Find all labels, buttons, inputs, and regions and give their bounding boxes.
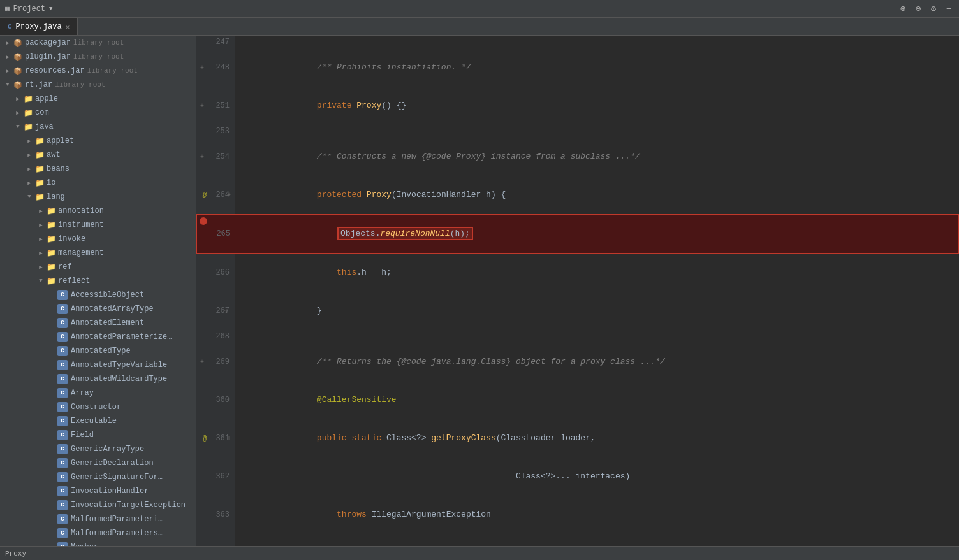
settings-icon[interactable]: ⚙ (928, 4, 939, 14)
tab-bar: C Proxy.java ✕ (0, 18, 959, 36)
line-content-360: @CallerSensitive (235, 381, 959, 419)
line-content-363: throws IllegalArgumentException (235, 496, 959, 534)
sidebar-item-GenericArrayType[interactable]: C GenericArrayType (0, 442, 196, 456)
code-line-362: 362 Class<?>... interfaces) (196, 457, 959, 496)
sidebar-item-AnnotatedElement[interactable]: C AnnotatedElement (0, 316, 196, 330)
sidebar-item-beans[interactable]: 📁 beans (0, 162, 196, 176)
sidebar-item-annotation[interactable]: 📁 annotation (0, 204, 196, 218)
code-line-360: 360 @CallerSensitive (196, 381, 959, 419)
sidebar-item-GenericSignatureFormatError[interactable]: C GenericSignatureFormatErr (0, 470, 196, 484)
sidebar-item-AnnotatedType[interactable]: C AnnotatedType (0, 344, 196, 358)
minimize-icon[interactable]: − (944, 4, 954, 14)
collapse-icon[interactable]: ⊖ (913, 4, 923, 14)
arrow-awt (24, 150, 34, 160)
fold-icon-264[interactable]: + (224, 190, 233, 199)
code-line-269: + 269 /** Returns the {@code java.lang.C… (196, 343, 959, 381)
sidebar-item-reflect[interactable]: 📁 reflect (0, 274, 196, 288)
title-bar: ▦ Project ▼ ⊕ ⊖ ⚙ − (0, 0, 959, 18)
folder-icon-lang: 📁 (34, 192, 45, 202)
arrow-ref (36, 262, 46, 272)
sidebar-item-Array[interactable]: C Array (0, 386, 196, 400)
fold-icon-267[interactable]: ◁ (221, 306, 230, 315)
sidebar-item-invoke[interactable]: 📁 invoke (0, 232, 196, 246)
sidebar-item-java[interactable]: 📁 java (0, 120, 196, 134)
folder-icon-invoke: 📁 (46, 234, 56, 244)
sidebar-item-InvocationTargetException[interactable]: C InvocationTargetException (0, 498, 196, 512)
sync-icon[interactable]: ⊕ (898, 4, 908, 14)
fold-icon-248[interactable]: + (198, 63, 207, 72)
sidebar-item-instrument[interactable]: 📁 instrument (0, 218, 196, 232)
arrow-resourcesjar (3, 66, 13, 76)
arrow-reflect (36, 276, 46, 286)
class-icon-AnnotatedArrayType: C (57, 304, 68, 314)
class-icon-GenericArrayType: C (57, 444, 68, 454)
arrow-lang (24, 192, 34, 202)
code-line-364: + 364 {...} (196, 534, 959, 546)
at-icon-264: @ (200, 190, 209, 199)
class-icon-InvocationTargetException: C (57, 500, 68, 510)
fold-icon-254[interactable]: + (198, 152, 207, 161)
sidebar-item-io[interactable]: 📁 io (0, 176, 196, 190)
sidebar-item-lang[interactable]: 📁 lang (0, 190, 196, 204)
sidebar-item-rtjar[interactable]: 📦 rt.jar library root (0, 78, 196, 92)
folder-icon-awt: 📁 (34, 150, 45, 160)
fold-icon-269[interactable]: + (198, 357, 207, 366)
tab-close-button[interactable]: ✕ (66, 23, 70, 31)
folder-icon-beans: 📁 (34, 164, 45, 174)
code-line-268: 268 (196, 330, 959, 343)
gutter-266: 266 (196, 254, 235, 292)
sidebar-item-resourcesjar[interactable]: 📦 resources.jar library root (0, 64, 196, 78)
line-content-364: {...} (235, 534, 959, 546)
sidebar-item-AnnotatedWildcardType[interactable]: C AnnotatedWildcardType (0, 372, 196, 386)
class-icon-InvocationHandler: C (57, 486, 68, 496)
sidebar-item-MalformedParameterizedType[interactable]: C MalformedParameterizedTyp (0, 512, 196, 526)
arrow-io (24, 178, 34, 188)
tab-proxy-java[interactable]: C Proxy.java ✕ (0, 18, 78, 35)
sidebar-item-Constructor[interactable]: C Constructor (0, 400, 196, 414)
sidebar-item-MalformedParametersException[interactable]: C MalformedParametersExcep (0, 526, 196, 540)
folder-icon-io: 📁 (34, 178, 45, 188)
gutter-247: 247 (196, 36, 235, 48)
sidebar-item-AccessibleObject[interactable]: C AccessibleObject (0, 288, 196, 302)
gutter-362: 362 (196, 457, 235, 496)
folder-icon-annotation: 📁 (46, 206, 56, 216)
arrow-management (36, 248, 46, 258)
jar-icon-packagejar: 📦 (13, 38, 23, 48)
sidebar-item-apple[interactable]: 📁 apple (0, 92, 196, 106)
folder-icon-applet: 📁 (34, 136, 45, 146)
class-icon-Field: C (57, 430, 68, 440)
sidebar-item-AnnotatedArrayType[interactable]: C AnnotatedArrayType (0, 302, 196, 316)
bottom-bar: Proxy (0, 546, 959, 560)
fold-icon-361[interactable]: + (224, 434, 233, 443)
sidebar-item-com[interactable]: 📁 com (0, 106, 196, 120)
folder-icon-management: 📁 (46, 248, 56, 258)
sidebar-item-Member[interactable]: C Member (0, 540, 196, 546)
code-editor[interactable]: 247 + 248 /** Prohibits instantiation. *… (196, 36, 959, 546)
sidebar-item-awt[interactable]: 📁 awt (0, 148, 196, 162)
title-bar-left: ▦ Project ▼ (5, 4, 52, 13)
at-icon-361: @ (200, 434, 209, 443)
folder-icon-instrument: 📁 (46, 220, 56, 230)
sidebar-item-GenericDeclaration[interactable]: C GenericDeclaration (0, 456, 196, 470)
sidebar-item-management[interactable]: 📁 management (0, 246, 196, 260)
sidebar-item-Field[interactable]: C Field (0, 428, 196, 442)
sidebar-item-AnnotatedTypeVariable[interactable]: C AnnotatedTypeVariable (0, 358, 196, 372)
sidebar-item-ref[interactable]: 📁 ref (0, 260, 196, 274)
line-content-264: protected Proxy(InvocationHandler h) { (235, 176, 959, 214)
sidebar-item-InvocationHandler[interactable]: C InvocationHandler (0, 484, 196, 498)
class-icon-MalformedParameterizedType: C (57, 514, 68, 524)
sidebar-item-pluginjar[interactable]: 📦 plugin.jar library root (0, 50, 196, 64)
gutter-264: @ + 264 (196, 176, 235, 214)
sidebar-item-Executable[interactable]: C Executable (0, 414, 196, 428)
breakpoint-265[interactable] (200, 217, 207, 225)
code-line-251: + 251 private Proxy() {} (196, 87, 959, 125)
sidebar-item-applet[interactable]: 📁 applet (0, 134, 196, 148)
class-icon-AnnotatedParameterizedType: C (57, 332, 68, 342)
class-icon-AnnotatedWildcardType: C (57, 374, 68, 384)
gutter-361: @ + 361 (196, 419, 235, 457)
gutter-364: + 364 (196, 534, 235, 546)
project-dropdown-icon[interactable]: ▼ (49, 6, 52, 12)
sidebar-item-AnnotatedParameterizedType[interactable]: C AnnotatedParameterizedTyp (0, 330, 196, 344)
sidebar-item-packagejar[interactable]: 📦 packagejar library root (0, 36, 196, 50)
fold-icon-251[interactable]: + (198, 101, 207, 110)
